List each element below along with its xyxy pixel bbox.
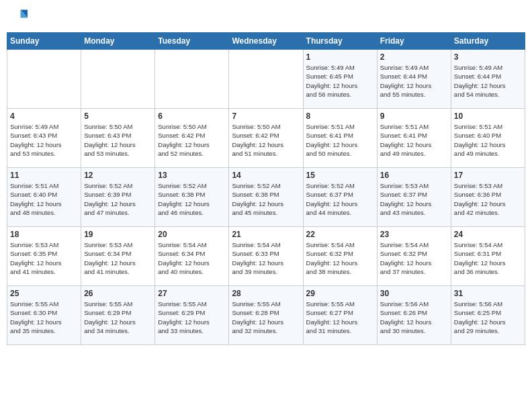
day-number: 19 (84, 230, 152, 239)
day-info: Sunrise: 5:50 AM Sunset: 6:42 PM Dayligh… (232, 122, 300, 158)
calendar-cell: 29Sunrise: 5:55 AM Sunset: 6:27 PM Dayli… (303, 286, 377, 345)
day-info: Sunrise: 5:54 AM Sunset: 6:33 PM Dayligh… (232, 240, 300, 276)
calendar-cell: 15Sunrise: 5:52 AM Sunset: 6:37 PM Dayli… (303, 168, 377, 227)
day-info: Sunrise: 5:50 AM Sunset: 6:43 PM Dayligh… (84, 122, 152, 158)
calendar-cell: 2Sunrise: 5:49 AM Sunset: 6:44 PM Daylig… (377, 50, 451, 109)
calendar-body: 1Sunrise: 5:49 AM Sunset: 6:45 PM Daylig… (7, 50, 525, 345)
day-info: Sunrise: 5:51 AM Sunset: 6:40 PM Dayligh… (454, 122, 522, 158)
weekday-header: Thursday (303, 33, 377, 50)
calendar-cell: 12Sunrise: 5:52 AM Sunset: 6:39 PM Dayli… (81, 168, 155, 227)
calendar-week-row: 25Sunrise: 5:55 AM Sunset: 6:30 PM Dayli… (7, 286, 525, 345)
calendar-week-row: 11Sunrise: 5:51 AM Sunset: 6:40 PM Dayli… (7, 168, 525, 227)
calendar-cell: 3Sunrise: 5:49 AM Sunset: 6:44 PM Daylig… (451, 50, 525, 109)
day-number: 29 (306, 289, 374, 298)
calendar-cell: 18Sunrise: 5:53 AM Sunset: 6:35 PM Dayli… (7, 227, 81, 286)
day-info: Sunrise: 5:53 AM Sunset: 6:36 PM Dayligh… (454, 181, 522, 217)
calendar-cell: 21Sunrise: 5:54 AM Sunset: 6:33 PM Dayli… (229, 227, 303, 286)
day-info: Sunrise: 5:49 AM Sunset: 6:45 PM Dayligh… (306, 63, 374, 99)
day-info: Sunrise: 5:54 AM Sunset: 6:31 PM Dayligh… (454, 240, 522, 276)
calendar-cell (155, 50, 229, 109)
calendar-cell: 20Sunrise: 5:54 AM Sunset: 6:34 PM Dayli… (155, 227, 229, 286)
calendar-cell (7, 50, 81, 109)
day-number: 16 (380, 171, 448, 180)
day-number: 24 (454, 230, 522, 239)
day-info: Sunrise: 5:52 AM Sunset: 6:39 PM Dayligh… (84, 181, 152, 217)
day-number: 12 (84, 171, 152, 180)
day-number: 14 (232, 171, 300, 180)
calendar-cell (229, 50, 303, 109)
calendar-header: SundayMondayTuesdayWednesdayThursdayFrid… (7, 33, 525, 50)
day-number: 2 (380, 52, 448, 62)
day-number: 18 (10, 230, 78, 239)
logo-icon (9, 7, 30, 27)
day-number: 17 (454, 171, 522, 180)
day-info: Sunrise: 5:53 AM Sunset: 6:35 PM Dayligh… (10, 240, 78, 276)
weekday-header: Monday (81, 33, 155, 50)
day-info: Sunrise: 5:54 AM Sunset: 6:32 PM Dayligh… (380, 240, 448, 276)
calendar-cell: 30Sunrise: 5:56 AM Sunset: 6:26 PM Dayli… (377, 286, 451, 345)
day-number: 13 (158, 171, 226, 180)
calendar-cell: 4Sunrise: 5:49 AM Sunset: 6:43 PM Daylig… (7, 109, 81, 168)
day-info: Sunrise: 5:54 AM Sunset: 6:32 PM Dayligh… (306, 240, 374, 276)
day-info: Sunrise: 5:56 AM Sunset: 6:26 PM Dayligh… (380, 300, 448, 335)
day-info: Sunrise: 5:49 AM Sunset: 6:44 PM Dayligh… (454, 63, 522, 99)
calendar-cell: 19Sunrise: 5:53 AM Sunset: 6:34 PM Dayli… (81, 227, 155, 286)
calendar-cell: 14Sunrise: 5:52 AM Sunset: 6:38 PM Dayli… (229, 168, 303, 227)
day-info: Sunrise: 5:54 AM Sunset: 6:34 PM Dayligh… (158, 240, 226, 276)
day-info: Sunrise: 5:50 AM Sunset: 6:42 PM Dayligh… (158, 122, 226, 158)
day-number: 28 (232, 289, 300, 298)
day-info: Sunrise: 5:52 AM Sunset: 6:37 PM Dayligh… (306, 181, 374, 217)
day-number: 3 (454, 52, 522, 62)
calendar-cell: 27Sunrise: 5:55 AM Sunset: 6:29 PM Dayli… (155, 286, 229, 345)
day-number: 11 (10, 171, 78, 180)
calendar-cell: 8Sunrise: 5:51 AM Sunset: 6:41 PM Daylig… (303, 109, 377, 168)
day-number: 30 (380, 289, 448, 298)
day-info: Sunrise: 5:52 AM Sunset: 6:38 PM Dayligh… (232, 181, 300, 217)
day-number: 6 (158, 111, 226, 121)
day-info: Sunrise: 5:53 AM Sunset: 6:37 PM Dayligh… (380, 181, 448, 217)
day-number: 4 (10, 111, 78, 121)
day-number: 20 (158, 230, 226, 239)
weekday-header: Tuesday (155, 33, 229, 50)
calendar-week-row: 1Sunrise: 5:49 AM Sunset: 6:45 PM Daylig… (7, 50, 525, 109)
day-number: 26 (84, 289, 152, 298)
calendar-cell: 16Sunrise: 5:53 AM Sunset: 6:37 PM Dayli… (377, 168, 451, 227)
day-info: Sunrise: 5:51 AM Sunset: 6:40 PM Dayligh… (10, 181, 78, 217)
day-number: 31 (454, 289, 522, 298)
day-number: 15 (306, 171, 374, 180)
weekday-header: Wednesday (229, 33, 303, 50)
calendar-cell: 22Sunrise: 5:54 AM Sunset: 6:32 PM Dayli… (303, 227, 377, 286)
calendar-cell: 11Sunrise: 5:51 AM Sunset: 6:40 PM Dayli… (7, 168, 81, 227)
day-info: Sunrise: 5:55 AM Sunset: 6:29 PM Dayligh… (84, 300, 152, 335)
day-info: Sunrise: 5:51 AM Sunset: 6:41 PM Dayligh… (380, 122, 448, 158)
day-info: Sunrise: 5:52 AM Sunset: 6:38 PM Dayligh… (158, 181, 226, 217)
day-number: 1 (306, 52, 374, 62)
calendar-cell: 25Sunrise: 5:55 AM Sunset: 6:30 PM Dayli… (7, 286, 81, 345)
day-number: 9 (380, 111, 448, 121)
page-header (7, 7, 525, 27)
calendar-cell: 10Sunrise: 5:51 AM Sunset: 6:40 PM Dayli… (451, 109, 525, 168)
calendar-cell: 9Sunrise: 5:51 AM Sunset: 6:41 PM Daylig… (377, 109, 451, 168)
calendar-cell: 7Sunrise: 5:50 AM Sunset: 6:42 PM Daylig… (229, 109, 303, 168)
day-info: Sunrise: 5:49 AM Sunset: 6:44 PM Dayligh… (380, 63, 448, 99)
calendar-week-row: 4Sunrise: 5:49 AM Sunset: 6:43 PM Daylig… (7, 109, 525, 168)
day-number: 8 (306, 111, 374, 121)
day-info: Sunrise: 5:49 AM Sunset: 6:43 PM Dayligh… (10, 122, 78, 158)
calendar-cell: 28Sunrise: 5:55 AM Sunset: 6:28 PM Dayli… (229, 286, 303, 345)
day-number: 5 (84, 111, 152, 121)
calendar-cell: 17Sunrise: 5:53 AM Sunset: 6:36 PM Dayli… (451, 168, 525, 227)
weekday-header: Friday (377, 33, 451, 50)
day-number: 22 (306, 230, 374, 239)
day-info: Sunrise: 5:53 AM Sunset: 6:34 PM Dayligh… (84, 240, 152, 276)
weekday-row: SundayMondayTuesdayWednesdayThursdayFrid… (7, 33, 525, 50)
day-number: 7 (232, 111, 300, 121)
logo (9, 7, 32, 27)
day-number: 25 (10, 289, 78, 298)
day-info: Sunrise: 5:56 AM Sunset: 6:25 PM Dayligh… (454, 300, 522, 335)
calendar-cell (81, 50, 155, 109)
calendar-cell: 23Sunrise: 5:54 AM Sunset: 6:32 PM Dayli… (377, 227, 451, 286)
day-info: Sunrise: 5:55 AM Sunset: 6:27 PM Dayligh… (306, 300, 374, 335)
calendar-cell: 24Sunrise: 5:54 AM Sunset: 6:31 PM Dayli… (451, 227, 525, 286)
day-info: Sunrise: 5:55 AM Sunset: 6:29 PM Dayligh… (158, 300, 226, 335)
day-number: 27 (158, 289, 226, 298)
